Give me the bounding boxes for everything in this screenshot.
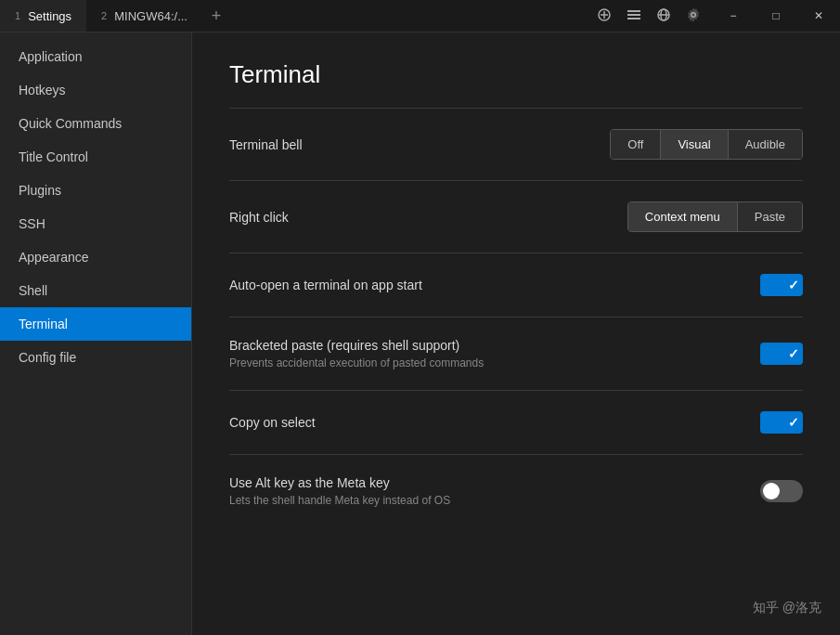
sidebar-label-plugins: Plugins — [19, 183, 61, 198]
right-click-btn-group: Context menu Paste — [627, 201, 803, 232]
sidebar-label-ssh: SSH — [19, 216, 45, 231]
alt-meta-slider — [760, 480, 803, 502]
paste-button[interactable]: Paste — [738, 202, 802, 231]
sidebar-label-appearance: Appearance — [19, 250, 89, 265]
sidebar-label-terminal: Terminal — [19, 317, 68, 331]
auto-open-control: ✓ — [760, 274, 803, 296]
right-click-control: Context menu Paste — [627, 201, 803, 232]
bracketed-paste-control: ✓ — [760, 343, 803, 365]
sidebar-label-application: Application — [19, 49, 83, 64]
setting-terminal-bell: Terminal bell Off Visual Audible — [229, 109, 803, 181]
right-click-label: Right click — [229, 210, 613, 225]
hamburger-icon[interactable] — [597, 7, 612, 25]
auto-open-checkmark: ✓ — [788, 278, 799, 292]
copy-on-select-toggle-inner: ✓ — [760, 411, 803, 434]
copy-on-select-toggle[interactable]: ✓ — [760, 411, 803, 434]
tab-number-2: 2 — [101, 10, 107, 21]
sidebar-item-ssh[interactable]: SSH — [0, 207, 191, 240]
sidebar-label-shell: Shell — [19, 283, 47, 298]
setting-copy-on-select: Copy on select ✓ — [229, 391, 803, 455]
bracketed-paste-label: Bracketed paste (requires shell support) — [229, 338, 745, 353]
bell-audible-button[interactable]: Audible — [729, 130, 802, 159]
alt-meta-toggle[interactable] — [760, 480, 803, 502]
sidebar-item-terminal[interactable]: Terminal — [0, 307, 191, 341]
auto-open-label-group: Auto-open a terminal on app start — [229, 278, 745, 292]
tab-mingw[interactable]: 2 MINGW64:/... — [86, 0, 202, 32]
terminal-bell-label-group: Terminal bell — [229, 137, 595, 152]
sidebar-item-config-file[interactable]: Config file — [0, 341, 191, 374]
copy-on-select-label-group: Copy on select — [229, 415, 745, 430]
copy-on-select-checkmark: ✓ — [788, 415, 799, 430]
alt-meta-control — [760, 480, 803, 502]
auto-open-toggle[interactable]: ✓ — [760, 274, 803, 296]
sidebar-label-quick-commands: Quick Commands — [19, 116, 122, 131]
maximize-button[interactable]: □ — [755, 0, 797, 32]
alt-meta-sublabel: Lets the shell handle Meta key instead o… — [229, 494, 745, 507]
auto-open-label: Auto-open a terminal on app start — [229, 278, 745, 292]
sidebar-item-appearance[interactable]: Appearance — [0, 240, 191, 274]
bracketed-paste-toggle-inner: ✓ — [760, 343, 803, 365]
bracketed-paste-sublabel: Prevents accidental execution of pasted … — [229, 356, 745, 369]
alt-meta-label-group: Use Alt key as the Meta key Lets the she… — [229, 475, 745, 507]
svg-rect-5 — [627, 18, 640, 19]
right-click-label-group: Right click — [229, 210, 613, 225]
setting-auto-open: Auto-open a terminal on app start ✓ — [229, 253, 803, 318]
tab-label-settings: Settings — [28, 9, 71, 23]
terminal-bell-btn-group: Off Visual Audible — [610, 129, 803, 160]
bell-off-button[interactable]: Off — [611, 130, 661, 159]
list-icon[interactable] — [627, 7, 641, 25]
bracketed-paste-checkmark: ✓ — [788, 346, 799, 361]
minimize-button[interactable]: − — [712, 0, 755, 32]
title-bar-icons — [586, 7, 712, 25]
copy-on-select-control: ✓ — [760, 411, 803, 434]
sidebar: Application Hotkeys Quick Commands Title… — [0, 32, 192, 635]
sidebar-item-quick-commands[interactable]: Quick Commands — [0, 107, 191, 140]
svg-rect-3 — [627, 10, 640, 12]
alt-meta-label: Use Alt key as the Meta key — [229, 475, 745, 490]
main-layout: Application Hotkeys Quick Commands Title… — [0, 32, 840, 635]
tab-number-1: 1 — [15, 10, 20, 21]
content-area: Terminal Terminal bell Off Visual Audibl… — [192, 32, 840, 635]
sidebar-item-shell[interactable]: Shell — [0, 274, 191, 307]
setting-right-click: Right click Context menu Paste — [229, 181, 803, 253]
sidebar-item-hotkeys[interactable]: Hotkeys — [0, 73, 191, 107]
setting-bracketed-paste: Bracketed paste (requires shell support)… — [229, 318, 803, 391]
window-controls: − □ ✕ — [712, 0, 840, 32]
bracketed-paste-toggle[interactable]: ✓ — [760, 343, 803, 365]
title-bar: 1 Settings 2 MINGW64:/... + — [0, 0, 840, 32]
terminal-bell-label: Terminal bell — [229, 137, 595, 152]
copy-on-select-label: Copy on select — [229, 415, 745, 430]
sidebar-item-title-control[interactable]: Title Control — [0, 140, 191, 174]
watermark: 知乎 @洛克 — [753, 600, 821, 616]
page-title: Terminal — [229, 60, 803, 89]
svg-rect-4 — [627, 14, 640, 16]
sidebar-label-config-file: Config file — [19, 350, 76, 365]
sidebar-label-title-control: Title Control — [19, 149, 88, 164]
setting-alt-meta: Use Alt key as the Meta key Lets the she… — [229, 455, 803, 527]
new-tab-button[interactable]: + — [202, 0, 230, 32]
sidebar-item-plugins[interactable]: Plugins — [0, 174, 191, 207]
context-menu-button[interactable]: Context menu — [628, 202, 738, 231]
bell-visual-button[interactable]: Visual — [661, 130, 728, 159]
close-button[interactable]: ✕ — [797, 0, 840, 32]
bracketed-paste-label-group: Bracketed paste (requires shell support)… — [229, 338, 745, 369]
tab-settings[interactable]: 1 Settings — [0, 0, 86, 32]
globe-icon[interactable] — [656, 7, 671, 25]
sidebar-item-application[interactable]: Application — [0, 40, 191, 73]
auto-open-toggle-inner: ✓ — [760, 274, 803, 296]
gear-icon[interactable] — [686, 7, 701, 25]
tab-label-mingw: MINGW64:/... — [114, 9, 187, 23]
terminal-bell-control: Off Visual Audible — [610, 129, 803, 160]
sidebar-label-hotkeys: Hotkeys — [19, 83, 66, 97]
